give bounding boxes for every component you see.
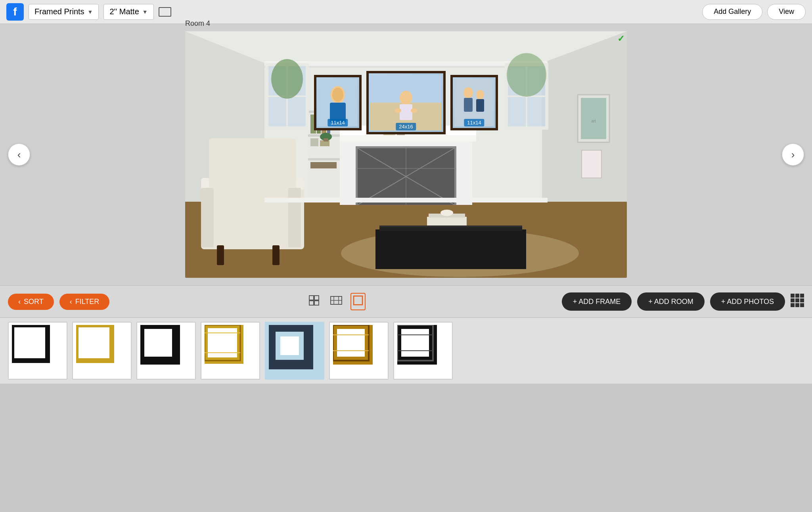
facebook-logo: f	[6, 3, 24, 21]
main-area: ‹ Room 4 ⊞ Layouts ↻ 📌 BW ⊞ ⊡ Actual Si	[0, 24, 812, 285]
svg-rect-43	[201, 188, 214, 247]
frame-center-size: 24x16	[396, 123, 416, 130]
room-scene: art	[185, 31, 627, 278]
room-view-button[interactable]	[327, 292, 345, 311]
svg-rect-34	[375, 229, 526, 269]
svg-rect-110	[280, 336, 299, 355]
svg-point-63	[507, 53, 546, 97]
add-gallery-button[interactable]: Add Gallery	[702, 4, 762, 20]
svg-point-78	[476, 90, 484, 99]
svg-rect-96	[795, 303, 799, 307]
svg-rect-28	[310, 162, 337, 168]
product-dropdown-label: Framed Prints	[34, 7, 84, 16]
svg-rect-94	[800, 298, 804, 302]
frame-center[interactable]: 24x16	[366, 71, 446, 134]
frame-left-size: 11x14	[327, 119, 348, 126]
svg-rect-61	[264, 198, 548, 203]
chevron-left-icon: ‹	[18, 298, 21, 306]
svg-rect-42	[209, 138, 296, 190]
chevron-left-icon: ‹	[70, 298, 72, 306]
frame-thumb-black-ornate[interactable]	[393, 322, 453, 380]
frame-shape-icon[interactable]	[159, 7, 171, 17]
svg-rect-57	[581, 98, 606, 139]
topbar: f Framed Prints ▼ 2'' Matte ▼ Add Galler…	[0, 0, 812, 24]
svg-point-74	[411, 108, 417, 113]
svg-point-71	[400, 91, 412, 105]
svg-point-39	[440, 210, 453, 216]
bottom-toolbar: ‹ SORT ‹ FILTER + ADD FRAME + ADD ROOM	[0, 285, 812, 318]
svg-rect-92	[791, 298, 795, 302]
add-photos-button[interactable]: + ADD PHOTOS	[710, 292, 785, 311]
svg-rect-118	[405, 333, 425, 353]
chevron-down-icon: ▼	[88, 9, 93, 15]
svg-rect-81	[314, 296, 319, 300]
room-container: Room 4 ⊞ Layouts ↻ 📌 BW ⊞ ⊡ Actual Size	[185, 31, 627, 278]
svg-rect-59	[582, 150, 601, 178]
svg-rect-90	[795, 294, 799, 298]
svg-rect-83	[314, 301, 319, 305]
frame-thumb-gold-ornate2[interactable]	[329, 322, 389, 380]
svg-rect-89	[791, 294, 795, 298]
frame-right[interactable]: 11x14	[450, 75, 498, 130]
mat-dropdown[interactable]: 2'' Matte ▼	[103, 4, 153, 20]
svg-rect-103	[148, 333, 168, 353]
svg-rect-101	[81, 330, 107, 356]
frame-thumb-gold-thin[interactable]	[72, 322, 132, 380]
frame-thumb-black-thin[interactable]	[8, 322, 67, 380]
frames-row: 11x14	[314, 71, 498, 134]
svg-rect-88	[354, 296, 362, 305]
svg-rect-95	[791, 303, 795, 307]
svg-rect-79	[476, 99, 484, 112]
add-room-button[interactable]: + ADD ROOM	[637, 292, 705, 311]
chevron-down-icon: ▼	[142, 9, 148, 15]
svg-rect-30	[324, 138, 328, 141]
svg-point-73	[395, 108, 401, 113]
svg-point-76	[463, 87, 473, 98]
svg-rect-91	[800, 294, 804, 298]
frame-thumb-black-wide[interactable]	[136, 322, 196, 380]
prev-room-button[interactable]: ‹	[8, 143, 30, 166]
svg-rect-97	[800, 303, 804, 307]
svg-rect-21	[308, 158, 340, 160]
svg-rect-37	[427, 217, 467, 225]
svg-text:art: art	[591, 119, 596, 123]
svg-rect-106	[211, 331, 234, 354]
frame-right-size: 11x14	[464, 119, 484, 126]
single-view-button[interactable]	[350, 293, 366, 310]
svg-rect-72	[400, 104, 412, 120]
room-label: Room 4	[185, 19, 210, 28]
gallery-view-button[interactable]	[306, 292, 322, 311]
sort-button[interactable]: ‹ SORT	[8, 294, 54, 310]
checkmark-icon: ✓	[617, 34, 624, 44]
view-button[interactable]: View	[767, 4, 806, 20]
filter-button[interactable]: ‹ FILTER	[59, 294, 110, 310]
svg-rect-93	[795, 298, 799, 302]
mat-dropdown-label: 2'' Matte	[109, 7, 139, 16]
svg-rect-7	[336, 134, 476, 141]
svg-rect-80	[309, 296, 314, 300]
svg-rect-36	[379, 225, 522, 227]
add-frame-button[interactable]: + ADD FRAME	[562, 292, 632, 311]
frame-thumb-gold-ornate[interactable]	[201, 322, 260, 380]
room-image: art	[185, 31, 627, 278]
next-room-button[interactable]: ›	[782, 143, 804, 166]
svg-rect-46	[272, 245, 280, 265]
svg-point-62	[271, 59, 303, 99]
svg-point-66	[332, 88, 343, 102]
svg-rect-113	[341, 333, 361, 353]
svg-rect-45	[217, 245, 224, 265]
svg-rect-77	[464, 98, 473, 112]
frame-thumb-dark-wide[interactable]	[265, 322, 324, 380]
svg-rect-44	[288, 188, 301, 247]
svg-rect-82	[309, 301, 314, 305]
frame-strip	[0, 318, 812, 384]
grid-layout-button[interactable]	[791, 294, 804, 310]
svg-rect-99	[17, 330, 43, 356]
frame-left[interactable]: 11x14	[314, 75, 362, 130]
product-dropdown[interactable]: Framed Prints ▼	[29, 4, 99, 20]
svg-rect-26	[310, 138, 318, 146]
